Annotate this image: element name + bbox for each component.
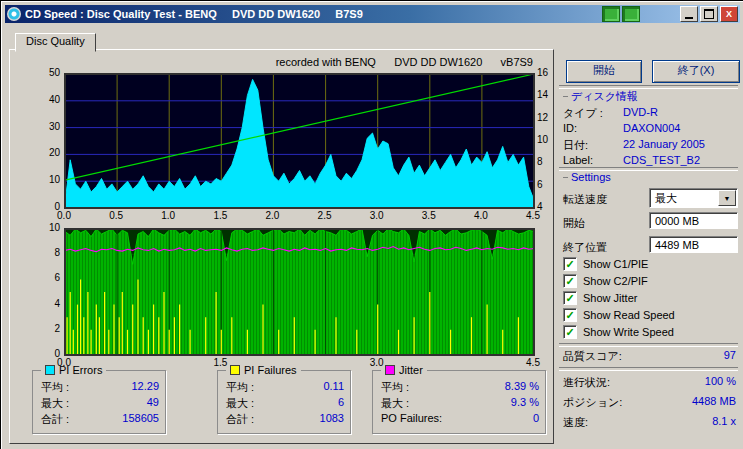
- legend-row-value: 49: [147, 396, 159, 408]
- pif-jitter-chart: [64, 228, 535, 356]
- axis-tick-label: 8: [34, 248, 60, 258]
- field-label: ID:: [563, 122, 577, 134]
- field-label: 日付:: [563, 139, 588, 151]
- legend-row-value: 6: [338, 396, 344, 408]
- axis-tick-label: 10: [34, 223, 60, 233]
- legend-row: PO Failures:0: [381, 412, 539, 426]
- legend-row: 最大 :6: [226, 396, 344, 410]
- progress-value: 100 %: [705, 375, 736, 387]
- disc-info-row-date: 日付:22 January 2005: [563, 138, 738, 151]
- axis-tick-label: 0.0: [49, 358, 79, 368]
- speed-label: 速度:: [563, 416, 588, 428]
- field-value: CDS_TEST_B2: [623, 154, 700, 166]
- position-row: ポジション:4488 MB: [563, 395, 736, 408]
- legend-row-label: 平均 :: [41, 381, 69, 393]
- checkbox-row-show-write-speed: ✓Show Write Speed: [563, 325, 674, 339]
- checkbox-row-show-c1-pie: ✓Show C1/PIE: [563, 257, 648, 271]
- field-label: Label:: [563, 154, 593, 166]
- checkbox-label: Show Read Speed: [583, 309, 675, 321]
- axis-tick-label: 2.5: [310, 211, 340, 221]
- legend-row-label: PO Failures:: [381, 412, 442, 424]
- window-title: CD Speed : Disc Quality Test - BENQ DVD …: [25, 8, 600, 20]
- legend-row: 合計 :158605: [41, 412, 159, 426]
- field-value: DAXON004: [623, 122, 680, 134]
- axis-tick-label: 12: [537, 113, 557, 123]
- app-icon: [7, 7, 21, 21]
- end-position-field[interactable]: 4489 MB: [649, 236, 738, 253]
- legend-title: PI Failures: [244, 364, 297, 376]
- transfer-speed-select[interactable]: 最大 ▼: [649, 188, 738, 208]
- axis-tick-label: 3.0: [362, 358, 392, 368]
- titlebar-icon-button-1[interactable]: [602, 6, 620, 22]
- legend-row: 合計 :1083: [226, 412, 344, 426]
- check-icon: ✓: [565, 276, 574, 286]
- checkbox-show-write-speed[interactable]: ✓: [563, 325, 577, 339]
- axis-tick-label: 2.0: [257, 211, 287, 221]
- titlebar-icon-button-2[interactable]: [622, 6, 640, 22]
- progress-row: 進行状況:100 %: [563, 375, 736, 388]
- axis-tick-label: 20: [34, 148, 60, 158]
- separator: [559, 343, 738, 347]
- legend-row-value: 8.39 %: [505, 380, 539, 392]
- axis-tick-label: 8: [537, 157, 557, 167]
- legend-row: 平均 :12.29: [41, 380, 159, 394]
- legend-row: 平均 :8.39 %: [381, 380, 539, 394]
- speed-value: 8.1 x: [712, 415, 736, 427]
- disc-info-row-type: タイプ :DVD-R: [563, 106, 738, 119]
- axis-tick-label: 6: [34, 273, 60, 283]
- legend-pi-errors: PI Errors 平均 :12.29最大 :49合計 :158605: [32, 370, 166, 434]
- quality-score-label: 品質スコア:: [563, 350, 622, 362]
- minimize-icon: [685, 10, 693, 19]
- checkbox-row-show-read-speed: ✓Show Read Speed: [563, 308, 675, 322]
- checkbox-label: Show C1/PIE: [583, 258, 648, 270]
- legend-row-value: 9.3 %: [511, 396, 539, 408]
- checkbox-label: Show Jitter: [583, 292, 637, 304]
- speed-row: 速度:8.1 x: [563, 415, 736, 428]
- field-value: DVD-R: [623, 106, 658, 118]
- pi-errors-chart: [64, 73, 535, 209]
- close-button[interactable]: X: [720, 6, 738, 22]
- maximize-icon: [704, 9, 714, 19]
- chevron-down-icon[interactable]: ▼: [718, 190, 736, 206]
- tab-disc-quality[interactable]: Disc Quality: [15, 33, 96, 52]
- legend-row-value: 0.11: [323, 380, 344, 392]
- maximize-button[interactable]: [700, 6, 718, 22]
- axis-tick-label: 1.5: [205, 358, 235, 368]
- legend-row: 平均 :0.11: [226, 380, 344, 394]
- titlebar[interactable]: CD Speed : Disc Quality Test - BENQ DVD …: [5, 5, 740, 23]
- quality-score-row: 品質スコア: 97: [563, 349, 736, 362]
- transfer-speed-label: 転送速度: [563, 192, 607, 207]
- disc-info-row-label: Label:CDS_TEST_B2: [563, 154, 738, 167]
- control-panel: 開始 終了(X) ディスク情報 Settings 転送速度 最大 ▼ 開始 00…: [555, 27, 740, 446]
- legend-row-value: 0: [533, 412, 539, 424]
- position-value: 4488 MB: [692, 395, 736, 407]
- checkbox-show-jitter[interactable]: ✓: [563, 291, 577, 305]
- legend-row-label: 最大 :: [41, 397, 69, 409]
- axis-tick-label: 4.5: [518, 211, 548, 221]
- recorded-with-label: recorded with BENQ DVD DD DW1620 vB7S9: [64, 56, 533, 68]
- start-position-field[interactable]: 0000 MB: [649, 212, 738, 229]
- checkbox-show-c1-pie[interactable]: ✓: [563, 257, 577, 271]
- exit-button[interactable]: 終了(X): [652, 60, 740, 83]
- axis-tick-label: 4.5: [518, 358, 548, 368]
- axis-tick-label: 6: [537, 180, 557, 190]
- legend-pi-failures: PI Failures 平均 :0.11最大 :6合計 :1083: [217, 370, 351, 434]
- minimize-button[interactable]: [680, 6, 698, 22]
- check-icon: ✓: [565, 310, 574, 320]
- legend-row-label: 最大 :: [226, 397, 254, 409]
- disc-info-row-id: ID:DAXON004: [563, 122, 738, 135]
- axis-tick-label: 50: [34, 68, 60, 78]
- checkbox-show-read-speed[interactable]: ✓: [563, 308, 577, 322]
- legend-row-label: 合計 :: [41, 413, 69, 425]
- field-label: タイプ :: [563, 107, 603, 119]
- axis-tick-label: 16: [537, 68, 557, 78]
- axis-tick-label: 3.5: [414, 211, 444, 221]
- checkbox-row-show-jitter: ✓Show Jitter: [563, 291, 637, 305]
- progress-label: 進行状況:: [563, 376, 610, 388]
- axis-tick-label: 2: [34, 324, 60, 334]
- legend-row-label: 合計 :: [226, 413, 254, 425]
- axis-tick-label: 30: [34, 122, 60, 132]
- checkbox-show-c2-pif[interactable]: ✓: [563, 274, 577, 288]
- field-value: 22 January 2005: [623, 138, 705, 150]
- start-button[interactable]: 開始: [566, 60, 642, 83]
